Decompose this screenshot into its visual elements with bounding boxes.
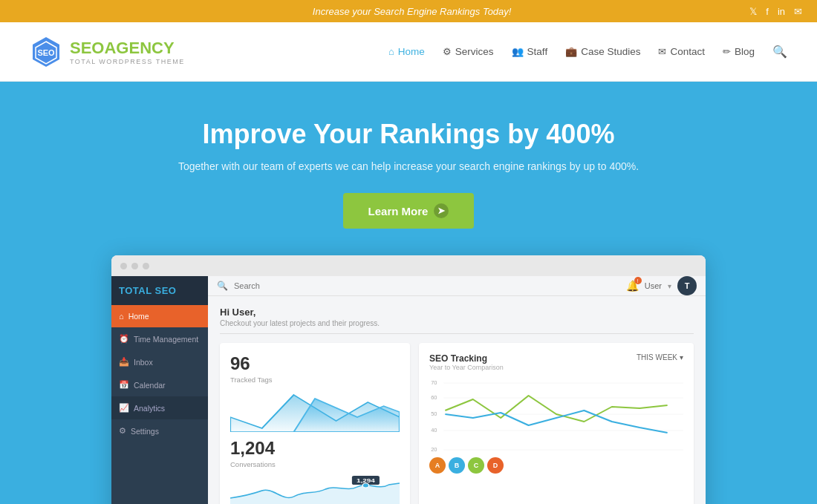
nav-home[interactable]: ⌂ Home bbox=[388, 46, 425, 57]
sidebar-title-blue: SEO bbox=[155, 285, 177, 296]
user-label: User bbox=[645, 281, 662, 290]
svg-text:20: 20 bbox=[431, 446, 437, 453]
logo-name: SEOAGENCY bbox=[70, 39, 185, 58]
chrome-dot-1 bbox=[120, 263, 127, 269]
chrome-dot-3 bbox=[143, 263, 149, 269]
svg-text:1,294: 1,294 bbox=[357, 478, 375, 484]
notification-bell[interactable]: 🔔 ! bbox=[626, 280, 639, 292]
logo-seo: SEO bbox=[70, 39, 104, 57]
subgreeting: Checkout your latest projects and their … bbox=[220, 319, 694, 334]
conversations-label: Conversations bbox=[230, 460, 400, 468]
nav-contact[interactable]: ✉ Contact bbox=[658, 46, 705, 57]
header: SEO SEOAGENCY TOTAL WORDPRESS THEME ⌂ Ho… bbox=[0, 22, 817, 82]
seo-header: SEO Tracking Year to Year Comparison THI… bbox=[429, 353, 683, 371]
dashboard-content: Hi User, Checkout your latest projects a… bbox=[208, 296, 706, 504]
logo-icon: SEO bbox=[30, 36, 62, 68]
sidebar-home-icon: ⌂ bbox=[119, 312, 124, 321]
top-bar-message: Increase your Search Engine Rankings Tod… bbox=[74, 6, 749, 17]
widget-row: 96 Tracked Tags bbox=[220, 343, 694, 504]
user-caret: ▾ bbox=[668, 282, 671, 290]
linkedin-icon[interactable]: in bbox=[778, 6, 785, 17]
avatar-1: A bbox=[429, 457, 446, 474]
sidebar-item-home[interactable]: ⌂ Home bbox=[111, 305, 208, 327]
dashboard-preview: TOTAL SEO ⌂ Home ⏰ Time Management 📥 Inb… bbox=[111, 255, 706, 504]
learn-more-button[interactable]: Learn More ➤ bbox=[343, 193, 475, 229]
hero-subtitle: Together with our team of experts we can… bbox=[178, 160, 639, 172]
svg-marker-4 bbox=[294, 399, 400, 432]
svg-text:SEO: SEO bbox=[37, 48, 55, 57]
svg-text:60: 60 bbox=[431, 394, 437, 401]
nav-services[interactable]: ⚙ Services bbox=[443, 46, 494, 57]
sidebar-item-time[interactable]: ⏰ Time Management bbox=[111, 327, 208, 350]
arrow-icon: ➤ bbox=[434, 203, 449, 218]
user-avatar: T bbox=[677, 276, 697, 295]
mountain-chart bbox=[230, 391, 400, 432]
home-icon: ⌂ bbox=[388, 46, 394, 57]
email-icon[interactable]: ✉ bbox=[794, 6, 802, 17]
nav-blog[interactable]: ✏ Blog bbox=[723, 46, 755, 57]
seo-subtitle: Year to Year Comparison bbox=[429, 364, 504, 371]
tracked-tags-label: Tracked Tags bbox=[230, 376, 400, 384]
avatar-2: B bbox=[449, 457, 465, 474]
search-icon[interactable]: 🔍 bbox=[772, 45, 787, 59]
facebook-icon[interactable]: f bbox=[766, 6, 769, 17]
avatar-3: C bbox=[468, 457, 484, 474]
sidebar-inbox-icon: 📥 bbox=[119, 357, 129, 367]
dashboard-main: 🔍 🔔 ! User ▾ T Hi User, Che bbox=[208, 276, 706, 504]
nav-staff[interactable]: 👥 Staff bbox=[512, 46, 548, 57]
notification-badge: ! bbox=[634, 277, 642, 284]
chrome-dot-2 bbox=[131, 263, 138, 269]
avatar-row: A B C D bbox=[429, 457, 683, 474]
nav-case-studies[interactable]: 💼 Case Studies bbox=[565, 46, 640, 57]
logo-text: SEOAGENCY TOTAL WORDPRESS THEME bbox=[70, 39, 185, 65]
dashboard-sidebar: TOTAL SEO ⌂ Home ⏰ Time Management 📥 Inb… bbox=[111, 276, 208, 504]
seo-title: SEO Tracking bbox=[429, 353, 504, 364]
sidebar-item-calendar[interactable]: 📅 Calendar bbox=[111, 373, 208, 396]
svg-text:50: 50 bbox=[431, 410, 437, 417]
tracked-tags-widget: 96 Tracked Tags bbox=[220, 343, 410, 504]
twitter-icon[interactable]: 𝕏 bbox=[749, 6, 757, 17]
logo: SEO SEOAGENCY TOTAL WORDPRESS THEME bbox=[30, 36, 185, 68]
hero-title: Improve Your Rankings by 400% bbox=[203, 119, 615, 150]
chrome-bar bbox=[111, 255, 706, 276]
contact-icon: ✉ bbox=[658, 46, 666, 57]
sidebar-settings-icon: ⚙ bbox=[119, 426, 126, 436]
staff-icon: 👥 bbox=[512, 46, 524, 57]
hero-section: Improve Your Rankings by 400% Together w… bbox=[0, 82, 817, 504]
sidebar-item-inbox[interactable]: 📥 Inbox bbox=[111, 350, 208, 373]
main-nav: ⌂ Home ⚙ Services 👥 Staff 💼 Case Studies… bbox=[388, 45, 787, 59]
logo-tagline: TOTAL WORDPRESS THEME bbox=[70, 58, 185, 65]
seo-tracking-widget: SEO Tracking Year to Year Comparison THI… bbox=[419, 343, 694, 504]
seo-title-block: SEO Tracking Year to Year Comparison bbox=[429, 353, 504, 371]
tracked-tags-stat: 96 bbox=[230, 353, 400, 374]
top-bar-social: 𝕏 f in ✉ bbox=[749, 6, 802, 17]
sidebar-time-icon: ⏰ bbox=[119, 334, 129, 344]
sidebar-item-settings[interactable]: ⚙ Settings bbox=[111, 419, 208, 442]
avatar-4: D bbox=[487, 457, 504, 474]
seo-line-chart: 70 60 50 40 20 bbox=[429, 377, 683, 451]
greeting: Hi User, bbox=[220, 307, 694, 318]
sidebar-analytics-icon: 📈 bbox=[119, 403, 129, 413]
dash-search-input[interactable] bbox=[234, 281, 620, 290]
case-studies-icon: 💼 bbox=[565, 46, 577, 57]
top-bar: Increase your Search Engine Rankings Tod… bbox=[0, 0, 817, 22]
sidebar-calendar-icon: 📅 bbox=[119, 380, 129, 390]
sidebar-item-analytics[interactable]: 📈 Analytics bbox=[111, 396, 208, 419]
sidebar-header: TOTAL SEO bbox=[111, 276, 208, 305]
seo-period[interactable]: THIS WEEK ▾ bbox=[637, 353, 683, 361]
wave-chart: 1,294 bbox=[230, 476, 400, 504]
topbar-right: 🔔 ! User ▾ T bbox=[626, 276, 697, 295]
sidebar-title-black: TOTAL bbox=[119, 285, 152, 296]
period-caret: ▾ bbox=[680, 353, 683, 361]
dash-search-icon: 🔍 bbox=[217, 281, 228, 291]
services-icon: ⚙ bbox=[443, 46, 452, 57]
dashboard-topbar: 🔍 🔔 ! User ▾ T bbox=[208, 276, 706, 296]
svg-text:40: 40 bbox=[431, 427, 437, 433]
svg-point-7 bbox=[362, 483, 369, 488]
logo-agency: AGENCY bbox=[104, 39, 174, 57]
svg-text:70: 70 bbox=[431, 379, 437, 386]
blog-icon: ✏ bbox=[723, 46, 731, 57]
conversations-stat: 1,204 bbox=[230, 438, 400, 459]
